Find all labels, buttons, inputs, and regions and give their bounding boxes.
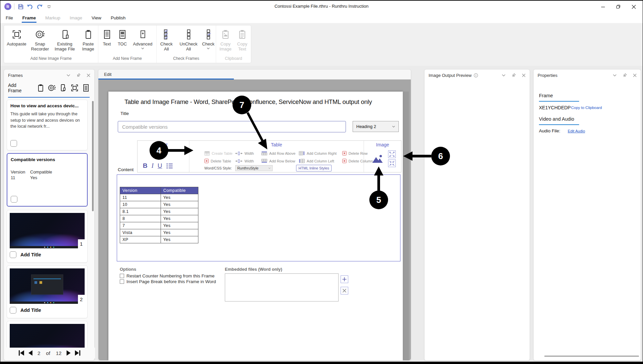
heading-style-select[interactable]: Heading 2 bbox=[353, 121, 399, 132]
text-frame-button[interactable]: Text bbox=[99, 28, 115, 47]
frame-select-checkbox[interactable] bbox=[10, 140, 17, 147]
preview-header: Compatible bbox=[30, 169, 84, 174]
bullet-list-button[interactable] bbox=[166, 163, 173, 169]
width-shrink-icon bbox=[235, 159, 243, 163]
panel-close-icon[interactable] bbox=[86, 73, 91, 78]
copy-to-clipboard-link[interactable]: Copy to Clipboard bbox=[571, 106, 602, 110]
frames-scrollbar-thumb[interactable] bbox=[92, 101, 94, 211]
menu-image[interactable]: Image bbox=[70, 12, 82, 23]
last-page-button[interactable] bbox=[75, 350, 80, 356]
word-css-style-select[interactable]: RunthruStyle bbox=[235, 165, 273, 171]
check-all-button[interactable]: Check All bbox=[157, 28, 177, 52]
panel-close-icon[interactable] bbox=[632, 73, 637, 78]
add-row-above-button[interactable]: Add Row Above bbox=[261, 149, 299, 157]
copy-image-button[interactable]: Copy Image bbox=[217, 28, 234, 52]
italic-button[interactable]: I bbox=[152, 162, 154, 169]
menu-file[interactable]: File bbox=[6, 12, 13, 23]
table-cell: 10 bbox=[120, 201, 161, 208]
create-table-button[interactable]: Create Table bbox=[204, 149, 235, 157]
document-page: Table and Image Frame - Word, SharePoint… bbox=[108, 92, 403, 360]
add-paste-frame-button[interactable] bbox=[36, 83, 45, 93]
panel-pin-icon[interactable] bbox=[511, 73, 516, 78]
delete-table-button[interactable]: Delete Table bbox=[204, 157, 235, 165]
image-shrink-button[interactable] bbox=[388, 159, 396, 167]
add-image-file-frame-button[interactable] bbox=[59, 83, 68, 93]
add-text-frame-button[interactable] bbox=[82, 83, 90, 93]
frame-select-checkbox[interactable] bbox=[11, 196, 17, 203]
next-page-button[interactable] bbox=[67, 350, 71, 356]
menu-publish[interactable]: Publish bbox=[111, 12, 125, 23]
restart-counter-checkbox[interactable] bbox=[120, 274, 124, 278]
width-expand-icon bbox=[235, 151, 243, 155]
panel-pin-icon[interactable] bbox=[76, 73, 81, 78]
check-button[interactable]: Check bbox=[201, 28, 216, 49]
previous-page-button[interactable] bbox=[28, 350, 32, 356]
properties-hscrollbar[interactable] bbox=[544, 356, 639, 357]
group-label: Add New Image Frame bbox=[30, 55, 72, 63]
panel-pin-icon[interactable] bbox=[622, 73, 627, 78]
minimize-button[interactable] bbox=[596, 2, 609, 12]
close-button[interactable] bbox=[627, 2, 640, 12]
panel-chevron-down-icon[interactable] bbox=[612, 73, 617, 78]
width-decrease-button[interactable]: Width bbox=[235, 157, 261, 165]
frame-thumbnail: 1 bbox=[10, 213, 85, 248]
edit-panel: Edit Table and Image Frame - Word, Share… bbox=[98, 69, 411, 361]
first-page-button[interactable] bbox=[19, 350, 24, 356]
add-row-below-button[interactable]: Add Row Below bbox=[261, 157, 299, 165]
option-label: Restart Counter Numbering from this Fram… bbox=[126, 273, 214, 278]
underline-button[interactable]: U bbox=[158, 162, 162, 169]
check-all-icon bbox=[161, 28, 172, 41]
add-column-right-button[interactable]: Add Column Right bbox=[299, 149, 342, 157]
panel-chevron-down-icon[interactable] bbox=[501, 73, 506, 78]
add-column-left-button[interactable]: Add Column Left bbox=[299, 157, 342, 165]
copy-text-button[interactable]: Copy Text bbox=[234, 28, 250, 52]
add-embedded-file-button[interactable] bbox=[341, 275, 348, 283]
delete-icon bbox=[342, 151, 347, 155]
page-scrollbar[interactable] bbox=[404, 92, 409, 360]
uncheck-all-button[interactable]: UnCheck All bbox=[177, 28, 201, 52]
add-title-checkbox[interactable] bbox=[10, 307, 16, 314]
snap-recorder-button[interactable]: Snap Recorder bbox=[29, 28, 51, 52]
bold-button[interactable]: B bbox=[143, 162, 148, 169]
paste-image-button[interactable]: Paste Image bbox=[79, 28, 98, 52]
table-toolbar-title: Table bbox=[189, 142, 364, 147]
add-title-checkbox[interactable] bbox=[10, 251, 16, 258]
toc-button[interactable]: TOC bbox=[115, 28, 130, 47]
advanced-button[interactable]: Advanced bbox=[130, 28, 156, 49]
add-snap-frame-button[interactable] bbox=[48, 83, 56, 93]
content-editor-area[interactable]: Version Compatible 11Yes 10Yes 8.1Yes 8Y… bbox=[117, 174, 400, 261]
page-separator: of bbox=[46, 350, 51, 356]
copy-text-icon bbox=[237, 28, 247, 41]
add-autopaste-frame-button[interactable] bbox=[70, 83, 79, 93]
frame-title-input[interactable] bbox=[118, 121, 346, 132]
menu-markup[interactable]: Markup bbox=[45, 12, 60, 23]
width-increase-button[interactable]: Width bbox=[235, 149, 261, 157]
existing-image-file-button[interactable]: Existing Image File bbox=[51, 28, 79, 52]
column-right-icon bbox=[299, 151, 305, 155]
existing-image-file-icon bbox=[60, 28, 70, 41]
button-label: Copy Image bbox=[218, 42, 233, 52]
insert-image-button[interactable] bbox=[371, 154, 383, 163]
frame-card-image-1[interactable]: 1 Add Title bbox=[7, 210, 88, 263]
panel-chevron-down-icon[interactable] bbox=[66, 73, 71, 78]
menu-frame[interactable]: Frame bbox=[22, 12, 36, 23]
html-inline-styles-button[interactable]: HTML Inline Styles bbox=[296, 165, 332, 171]
panel-close-icon[interactable] bbox=[521, 73, 526, 78]
heading-style-value: Heading 2 bbox=[356, 124, 376, 129]
menu-view[interactable]: View bbox=[92, 12, 101, 23]
tab-edit[interactable]: Edit bbox=[104, 72, 111, 77]
option-label: Insert Page Break before this Frame in W… bbox=[126, 279, 216, 284]
frame-card-image-3[interactable] bbox=[7, 321, 88, 349]
image-expand-button[interactable] bbox=[388, 150, 396, 158]
edit-audio-link[interactable]: Edit Audio bbox=[568, 129, 585, 133]
expand-in-icon bbox=[388, 159, 396, 167]
restore-button[interactable] bbox=[612, 2, 625, 12]
embedded-files-list[interactable] bbox=[225, 273, 339, 301]
frame-card-table[interactable]: Compatible versions Version Compatible 1… bbox=[7, 153, 88, 207]
frame-card-text[interactable]: How to view and access devic... This gui… bbox=[7, 100, 88, 150]
frame-card-image-2[interactable]: 2 Add Title bbox=[7, 265, 88, 318]
remove-embedded-file-button[interactable] bbox=[341, 287, 348, 294]
page-break-checkbox[interactable] bbox=[120, 279, 124, 284]
autopaste-button[interactable]: Autopaste bbox=[4, 28, 29, 47]
delete-icon bbox=[204, 159, 209, 163]
